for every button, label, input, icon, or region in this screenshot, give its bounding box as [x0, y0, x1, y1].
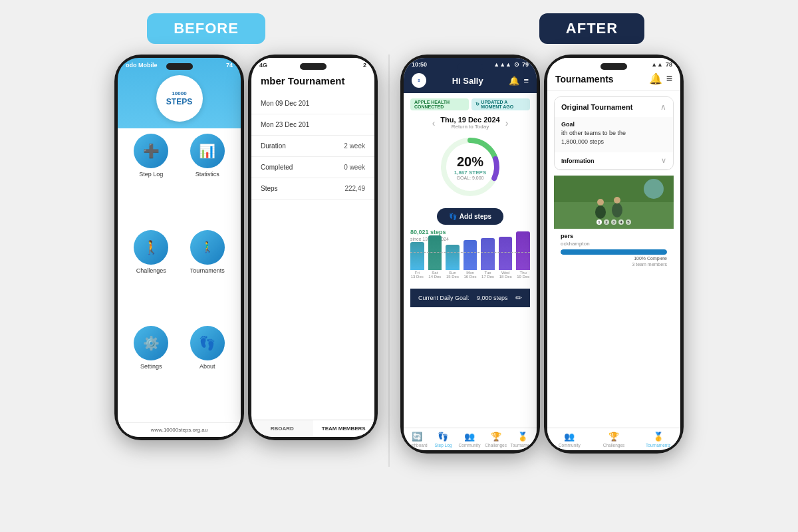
statistics-icon: 📊: [190, 134, 225, 168]
dot-1[interactable]: 1: [597, 219, 602, 225]
community-tab-icon: 👥: [464, 432, 475, 442]
phone4-menu-icon[interactable]: ≡: [666, 72, 672, 85]
info-label: Information: [561, 158, 595, 164]
tournament-photo: 1 2 3 4 5: [554, 176, 674, 229]
grid-item-about[interactable]: 👣 About: [182, 326, 233, 417]
phone-new-tournament: ▲▲ 78 Tournaments 🔔 ≡: [544, 55, 684, 454]
steplog-tab-label: Step Log: [434, 443, 452, 448]
dot-2[interactable]: 2: [604, 219, 609, 225]
duration-label: Duration: [261, 142, 286, 150]
current-date: Thu, 19 Dec 2024: [440, 116, 499, 124]
phone4-bell-icon[interactable]: 🔔: [649, 72, 662, 85]
progress-percent: 20%: [454, 154, 486, 170]
phone3-camera: [457, 63, 483, 70]
before-after-separator: [388, 55, 390, 467]
settings-label: Settings: [140, 363, 162, 370]
team-name: pers: [561, 233, 667, 239]
grid-item-settings[interactable]: ⚙️ Settings: [126, 326, 177, 417]
tab-challenges[interactable]: 🏆 Challenges: [483, 428, 509, 450]
dot-3[interactable]: 3: [611, 219, 616, 225]
tab-dashboard[interactable]: 🔄 Dashboard: [404, 428, 430, 450]
tournament-card-original: Original Tournament ∧ Goal ith other tea…: [554, 96, 674, 170]
phone1-screen: odo Mobile 74 10000STEPS ➕ Step Log 📊: [118, 58, 241, 437]
notification-icon[interactable]: 🔔: [509, 76, 519, 86]
phone1-logo: 10000STEPS: [156, 75, 203, 122]
phone3-signal: ▲▲▲: [493, 61, 511, 68]
tournament-goal-steps: 1,800,000 steps: [561, 138, 666, 145]
date-prev-arrow[interactable]: ‹: [432, 118, 436, 128]
health-badges-row: APPLE HEALTH CONNECTED ↻ UPDATED A MOMEN…: [410, 98, 530, 110]
svg-point-7: [597, 199, 604, 205]
tournament-info-row[interactable]: Information ∨: [555, 152, 673, 170]
before-section: odo Mobile 74 10000STEPS ➕ Step Log 📊: [114, 55, 378, 440]
bar-sat: Sat14 Dec: [428, 235, 442, 279]
phone1-footer: www.10000steps.org.au: [118, 422, 241, 437]
date-navigation: ‹ Thu, 19 Dec 2024 Return to Today ›: [410, 116, 530, 130]
phone4-header-icons: 🔔 ≡: [649, 72, 672, 85]
tab-team-members[interactable]: TEAM MEMBERS: [313, 420, 375, 437]
return-to-today[interactable]: Return to Today: [440, 124, 499, 130]
tournament-goal-field: Goal: [561, 121, 666, 128]
completed-label: Completed: [261, 164, 293, 171]
photo-pagination: 1 2 3 4 5: [597, 219, 631, 225]
grid-item-challenges[interactable]: 🚶 Challenges: [126, 230, 177, 321]
bar-mon: Mon16 Dec: [464, 240, 477, 279]
phone4-camera: [600, 63, 627, 70]
dot-4[interactable]: 4: [618, 219, 624, 225]
challenges-tab-icon: 🏆: [491, 432, 501, 442]
phone3-content: APPLE HEALTH CONNECTED ↻ UPDATED A MOMEN…: [404, 93, 537, 428]
tournaments-label: Tournaments: [190, 267, 225, 274]
tournament-expand-icon: ∧: [660, 102, 666, 112]
daily-goal-label: Current Daily Goal:: [418, 295, 469, 301]
grid-item-steplog[interactable]: ➕ Step Log: [126, 134, 177, 225]
date-end-label: Mon 23 Dec 201: [261, 121, 309, 128]
footprint-icon: 👣: [449, 213, 457, 220]
challenges-p4-label: Challenges: [603, 443, 625, 448]
phone2-title: mber Tournament: [251, 70, 374, 93]
bar-thu: Thu19 Dec: [516, 231, 530, 279]
tournaments-tab-label: Tournaments: [510, 443, 535, 448]
camera-notch: [166, 63, 193, 70]
tournaments-icon: 🚶‍♂️: [190, 230, 225, 265]
menu-icon[interactable]: ≡: [523, 76, 529, 86]
date-next-arrow[interactable]: ›: [505, 118, 509, 128]
progress-percent-text: 100% Complete: [561, 256, 667, 261]
phone-old-home: odo Mobile 74 10000STEPS ➕ Step Log 📊: [114, 55, 244, 440]
tab-leaderboard[interactable]: RBOARD: [251, 420, 313, 437]
phone3-time: 10:50: [412, 61, 427, 68]
tournaments-tab-icon: 🥇: [517, 432, 528, 442]
leaderboard-entry: pers ockhampton 100% Complete 3 team mem…: [554, 229, 674, 271]
tab-community[interactable]: 👥 Community: [456, 428, 483, 450]
tournament-card-header[interactable]: Original Tournament ∧: [555, 97, 673, 117]
grid-item-tournaments[interactable]: 🚶‍♂️ Tournaments: [182, 230, 233, 321]
bar-tue: Tue17 Dec: [481, 238, 495, 279]
steplog-label: Step Log: [139, 171, 163, 178]
tab-community-p4[interactable]: 👥 Community: [547, 428, 592, 450]
daily-goal-bar: Current Daily Goal: 9,000 steps ✏: [410, 289, 530, 307]
tab-tournaments[interactable]: 🥇 Tournaments: [509, 428, 537, 450]
phone2-battery: 2: [363, 62, 366, 68]
tab-steplog[interactable]: 👣 Step Log: [430, 428, 457, 450]
phone3-header: S Hi Sally 🔔 ≡: [404, 70, 537, 93]
tournament-date-end: Mon 23 Dec 201: [251, 114, 374, 136]
goal-label: Goal: [561, 121, 575, 128]
challenges-label: Challenges: [136, 267, 166, 274]
community-p4-label: Community: [559, 443, 581, 448]
add-steps-button[interactable]: 👣 Add steps: [437, 208, 503, 225]
tab-challenges-p4[interactable]: 🏆 Challenges: [592, 428, 636, 450]
phone2-signal: 4G: [259, 62, 267, 68]
phone4-signal: ▲▲: [651, 61, 663, 68]
steps-goal: GOAL: 9,000: [454, 176, 486, 180]
phone4-bottom-tabs: 👥 Community 🏆 Challenges 🥇 Tournaments: [547, 428, 680, 450]
dashboard-tab-label: Dashboard: [406, 443, 428, 448]
grid-item-statistics[interactable]: 📊 Statistics: [182, 134, 233, 225]
progress-fill: [561, 249, 667, 255]
edit-goal-icon[interactable]: ✏: [515, 293, 522, 303]
phone3-logo: S: [412, 73, 426, 88]
progress-ring: 20% 1,867 STEPS GOAL: 9,000: [410, 134, 530, 200]
dot-5[interactable]: 5: [626, 219, 631, 225]
tournaments-p4-label: Tournaments: [646, 443, 671, 448]
dashboard-tab-icon: 🔄: [412, 432, 422, 442]
tab-tournaments-p4[interactable]: 🥇 Tournaments: [636, 428, 680, 450]
after-label: AFTER: [539, 13, 644, 44]
